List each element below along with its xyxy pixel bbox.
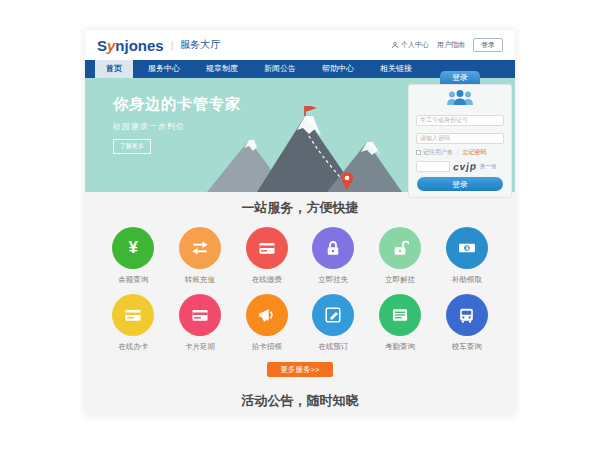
announcement-panels: 使用动态 最新公告 更多>> 使用指南 更多>> bbox=[85, 410, 515, 415]
personal-center-link[interactable]: 个人中心 bbox=[391, 40, 429, 50]
captcha-row: cvjp 换一张 bbox=[416, 161, 504, 172]
login-card: 记住用户名 | 忘记密码 cvjp 换一张 登录 bbox=[408, 84, 512, 198]
service-label: 校车查询 bbox=[452, 342, 482, 352]
services-section: 一站服务，方便快捷 ¥ 余额查询 转账充值 bbox=[85, 192, 515, 377]
login-submit-button[interactable]: 登录 bbox=[417, 177, 503, 191]
announcements-title: 活动公告，随时知晓 bbox=[85, 392, 515, 410]
service-label: 考勤查询 bbox=[385, 342, 415, 352]
personal-center-label: 个人中心 bbox=[401, 40, 429, 50]
site-name: 服务大厅 bbox=[180, 38, 220, 52]
service-lost-card-claim[interactable]: 拾卡招领 bbox=[233, 294, 300, 352]
mountain-illustration bbox=[197, 106, 412, 192]
users-group-icon bbox=[416, 90, 504, 105]
service-label: 在线缴费 bbox=[252, 275, 282, 285]
captcha-refresh-link[interactable]: 换一张 bbox=[480, 163, 497, 170]
header-login-button[interactable]: 登录 bbox=[473, 38, 503, 52]
service-label: 立即解挂 bbox=[385, 275, 415, 285]
nav-item-rules[interactable]: 规章制度 bbox=[195, 60, 249, 78]
options-separator: | bbox=[457, 150, 459, 156]
edit-icon bbox=[324, 306, 342, 324]
services-grid: ¥ 余额查询 转账充值 bbox=[85, 217, 515, 352]
service-subsidy-collection[interactable]: ¥ 补助领取 bbox=[433, 227, 500, 285]
service-label: 立即挂失 bbox=[318, 275, 348, 285]
announcements-section: 活动公告，随时知晓 使用动态 最新公告 更多>> 使用指南 更多>> bbox=[85, 377, 515, 415]
login-options-row: 记住用户名 | 忘记密码 bbox=[416, 148, 504, 157]
page: Synjones | 服务大厅 个人中心 用户指南 登录 首页 服务中心 规章制… bbox=[85, 30, 515, 415]
megaphone-icon bbox=[257, 305, 277, 325]
bank-card-icon bbox=[257, 238, 277, 258]
user-guide-link[interactable]: 用户指南 bbox=[437, 40, 465, 50]
service-report-loss[interactable]: 立即挂失 bbox=[300, 227, 367, 285]
hero-cta-button[interactable]: 了解更多 bbox=[113, 139, 151, 154]
service-card-extension[interactable]: 卡片延期 bbox=[167, 294, 234, 352]
service-label: 余额查询 bbox=[118, 275, 148, 285]
service-online-booking[interactable]: 在线预订 bbox=[300, 294, 367, 352]
hero-banner: 你身边的卡管专家 校园建设一步到位 了解更多 登录 bbox=[85, 78, 515, 192]
nav-item-help-center[interactable]: 帮助中心 bbox=[311, 60, 365, 78]
header-right: 个人中心 用户指南 登录 bbox=[391, 38, 503, 52]
card-icon bbox=[190, 305, 210, 325]
logo-part1: S bbox=[97, 37, 107, 54]
service-label: 卡片延期 bbox=[185, 342, 215, 352]
service-label: 在线办卡 bbox=[118, 342, 148, 352]
logo-part3: njones bbox=[115, 37, 163, 54]
service-label: 补助领取 bbox=[452, 275, 482, 285]
bus-icon bbox=[457, 306, 476, 325]
login-panel: 登录 记住用户名 | 忘记密码 bbox=[408, 71, 512, 198]
more-services-button[interactable]: 更多服务>> bbox=[267, 362, 333, 377]
remember-label[interactable]: 记住用户名 bbox=[423, 148, 453, 157]
captcha-input[interactable] bbox=[416, 161, 450, 172]
captcha-image[interactable]: cvjp bbox=[453, 160, 478, 172]
lock-icon bbox=[324, 239, 342, 257]
header-divider: | bbox=[171, 40, 174, 51]
login-tab[interactable]: 登录 bbox=[440, 71, 480, 84]
service-school-bus-inquiry[interactable]: 校车查询 bbox=[433, 294, 500, 352]
service-cancel-loss[interactable]: 立即解挂 bbox=[367, 227, 434, 285]
service-label: 拾卡招领 bbox=[252, 342, 282, 352]
remember-checkbox[interactable] bbox=[416, 150, 421, 155]
username-input[interactable] bbox=[416, 115, 504, 126]
service-transfer-recharge[interactable]: 转账充值 bbox=[167, 227, 234, 285]
services-title: 一站服务，方便快捷 bbox=[85, 199, 515, 217]
nav-item-home[interactable]: 首页 bbox=[95, 60, 133, 78]
nav-item-service-center[interactable]: 服务中心 bbox=[137, 60, 191, 78]
attendance-list-icon bbox=[390, 305, 410, 325]
service-attendance-inquiry[interactable]: 考勤查询 bbox=[367, 294, 434, 352]
service-apply-card-online[interactable]: 在线办卡 bbox=[100, 294, 167, 352]
unlock-icon bbox=[391, 239, 409, 257]
forgot-password-link[interactable]: 忘记密码 bbox=[463, 148, 487, 157]
password-input[interactable] bbox=[416, 133, 504, 144]
service-label: 转账充值 bbox=[185, 275, 215, 285]
service-online-payment[interactable]: 在线缴费 bbox=[233, 227, 300, 285]
nav-item-news[interactable]: 新闻公告 bbox=[253, 60, 307, 78]
user-icon bbox=[391, 41, 399, 49]
transfer-arrows-icon bbox=[190, 238, 210, 258]
banknote-icon: ¥ bbox=[457, 238, 477, 258]
header: Synjones | 服务大厅 个人中心 用户指南 登录 bbox=[85, 30, 515, 60]
logo[interactable]: Synjones bbox=[97, 37, 164, 54]
yuan-icon: ¥ bbox=[129, 238, 138, 258]
card-icon bbox=[123, 305, 143, 325]
service-balance-inquiry[interactable]: ¥ 余额查询 bbox=[100, 227, 167, 285]
service-label: 在线预订 bbox=[318, 342, 348, 352]
